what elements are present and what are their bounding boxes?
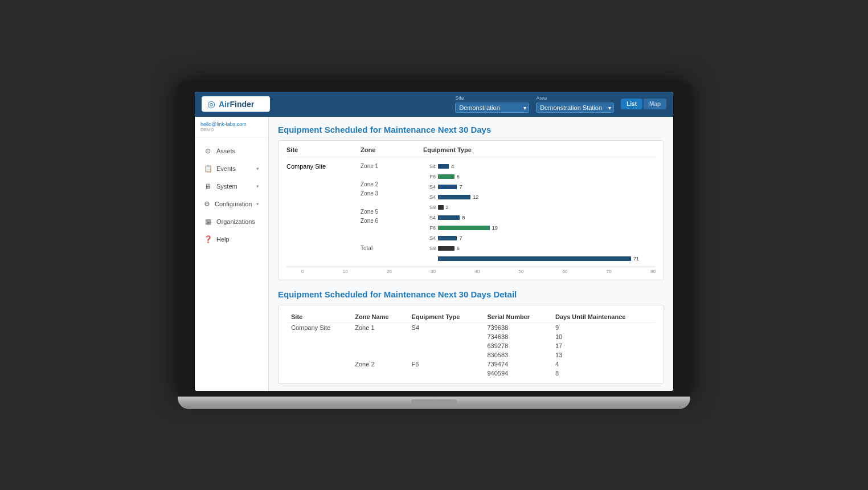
logo-air: Air <box>219 100 230 109</box>
bar <box>438 195 470 199</box>
detail-section-title: Equipment Scheduled for Maintenance Next… <box>278 289 664 299</box>
main-content: Equipment Scheduled for Maintenance Next… <box>269 117 673 391</box>
assets-icon: ⊙ <box>204 147 212 155</box>
events-arrow-icon: ▾ <box>256 166 259 172</box>
app-body: hello@link-labs.com DEMO ⊙ Assets 📋 Even… <box>195 117 673 391</box>
table-cell-serial: 940594 <box>482 369 551 378</box>
area-selector-wrapper: Demonstration Station <box>536 102 614 113</box>
header-selectors: Site Demonstration Area Demo <box>455 95 666 113</box>
bar-type-label: S4 <box>423 215 436 220</box>
app: ◎ AirFinder Site Demonstration <box>195 92 673 391</box>
bar-wrapper: 12 <box>438 194 656 200</box>
screen-bezel: ◎ AirFinder Site Demonstration <box>178 81 690 397</box>
sidebar-item-events[interactable]: 📋 Events ▾ <box>197 160 266 177</box>
detail-table: Site Zone Name Equipment Type Serial Num… <box>286 311 656 378</box>
sidebar-role: DEMO <box>200 127 263 132</box>
chart-axis: 0 10 20 30 40 50 60 70 80 <box>286 267 656 274</box>
sidebar-user: hello@link-labs.com DEMO <box>195 117 268 137</box>
site-label: Site <box>455 95 529 101</box>
chart-bar-row: S47 <box>423 182 656 191</box>
detail-table-body: Company SiteZone 1S473963897346381063927… <box>286 322 656 378</box>
bar <box>438 226 490 230</box>
sidebar-item-configuration-label: Configuration <box>215 201 252 207</box>
table-cell-type: F6 <box>407 360 483 369</box>
zone-label: Zone 2 <box>361 180 406 189</box>
bar-wrapper: 2 <box>438 205 656 210</box>
sidebar-item-configuration[interactable]: ⚙ Configuration ▾ <box>197 195 266 213</box>
site-selector-wrapper: Demonstration <box>455 102 529 113</box>
sidebar-item-system-label: System <box>216 183 238 190</box>
list-view-button[interactable]: List <box>621 99 642 109</box>
sidebar-nav: ⊙ Assets 📋 Events ▾ 🖥 System <box>195 137 268 391</box>
area-dropdown[interactable]: Demonstration Station <box>536 103 614 113</box>
bar-wrapper: 7 <box>438 235 656 241</box>
chart-col-bars-header <box>489 146 656 153</box>
table-cell-zone <box>350 332 407 341</box>
sidebar-email: hello@link-labs.com <box>200 121 263 127</box>
chart-col-zone-header: Zone <box>361 146 406 153</box>
sidebar-item-assets[interactable]: ⊙ Assets <box>197 142 266 160</box>
sidebar-item-organizations[interactable]: ▦ Organizations <box>197 213 266 230</box>
bar <box>438 174 455 179</box>
col-site-header: Site <box>286 311 350 323</box>
bar-type-label: F6 <box>423 225 436 231</box>
site-selector-group: Site Demonstration <box>455 95 529 113</box>
bar-wrapper: 6 <box>438 174 656 179</box>
table-cell-zone: Zone 2 <box>350 360 407 369</box>
sidebar-item-assets-label: Assets <box>216 148 235 154</box>
table-cell-site: Company Site <box>286 322 350 332</box>
table-cell-serial: 739474 <box>482 360 551 369</box>
laptop-wrapper: ◎ AirFinder Site Demonstration <box>178 81 690 409</box>
table-cell-days: 4 <box>551 360 656 369</box>
table-cell-site <box>286 341 350 350</box>
chart-bar-row: F66 <box>423 172 656 181</box>
header: ◎ AirFinder Site Demonstration <box>195 92 673 117</box>
sidebar-item-system[interactable]: 🖥 System ▾ <box>197 178 266 195</box>
table-cell-days: 17 <box>551 341 656 350</box>
table-cell-type <box>407 350 483 360</box>
airfinder-logo-icon: ◎ <box>207 99 215 109</box>
bar <box>438 246 455 251</box>
table-cell-days: 10 <box>551 332 656 341</box>
table-row: Company SiteZone 1S47396389 <box>286 322 656 332</box>
site-dropdown[interactable]: Demonstration <box>455 103 529 113</box>
chart-body: Company Site Zone 1Zone 2Zone 3Zone 5Zon… <box>286 162 656 263</box>
table-cell-serial: 639278 <box>482 341 551 350</box>
chart-bar-row: F619 <box>423 223 656 232</box>
bar-wrapper: 7 <box>438 184 656 190</box>
laptop-base <box>178 397 690 409</box>
sidebar-item-help[interactable]: ❓ Help <box>197 231 266 248</box>
bar <box>438 185 457 189</box>
table-cell-serial: 734638 <box>482 332 551 341</box>
bar-value-label: 2 <box>446 205 449 210</box>
help-icon: ❓ <box>204 235 212 243</box>
chart-bars-area: S44F66S47S412S92S48F619S47S9671 <box>423 162 656 263</box>
map-view-button[interactable]: Map <box>644 99 666 109</box>
sidebar: hello@link-labs.com DEMO ⊙ Assets 📋 Even… <box>195 117 269 391</box>
table-cell-serial: 739638 <box>482 322 551 332</box>
bar-value-label: 7 <box>459 184 462 190</box>
bar-value-label: 71 <box>633 256 639 262</box>
bar-value-label: 7 <box>459 235 462 241</box>
table-row: Zone 2F67394744 <box>286 360 656 369</box>
table-row: 63927817 <box>286 341 656 350</box>
logo-text: AirFinder <box>219 100 254 109</box>
area-label: Area <box>536 95 614 101</box>
chart-bar-row: S412 <box>423 193 656 202</box>
chart-company-site: Company Site <box>286 163 326 170</box>
table-cell-zone <box>350 369 407 378</box>
table-cell-days: 13 <box>551 350 656 360</box>
bar-value-label: 6 <box>457 174 460 179</box>
table-row: 83058313 <box>286 350 656 360</box>
bar-type-label: S4 <box>423 164 436 169</box>
bar-type-label: S9 <box>423 246 436 251</box>
bar-type-label: S4 <box>423 194 436 200</box>
zone-label: Zone 1 <box>361 162 406 171</box>
organizations-icon: ▦ <box>204 218 212 226</box>
chart-bar-row: S44 <box>423 162 656 171</box>
table-cell-type <box>407 341 483 350</box>
logo-area: ◎ AirFinder <box>202 96 270 112</box>
chart-bar-row: S48 <box>423 213 656 222</box>
zone-label: Zone 3 <box>361 189 406 198</box>
bar-value-label: 4 <box>451 164 454 169</box>
